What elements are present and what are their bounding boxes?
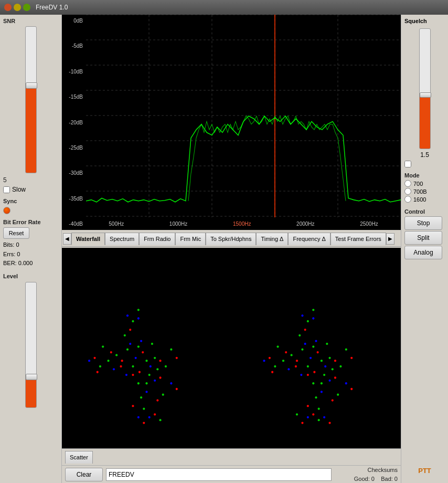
svg-point-82	[334, 360, 336, 362]
freq-2500: 2500Hz	[360, 221, 378, 227]
svg-point-115	[301, 422, 303, 424]
svg-point-95	[269, 357, 271, 359]
slow-label: Slow	[12, 186, 26, 193]
mode-700b-label: 700B	[413, 188, 427, 195]
svg-point-20	[138, 371, 141, 373]
svg-point-69	[313, 371, 315, 373]
svg-point-92	[315, 396, 317, 398]
svg-point-94	[339, 365, 342, 368]
tab-left-btn[interactable]: ◀	[63, 233, 71, 245]
scatter-left-cluster	[88, 309, 178, 410]
tab-to-spkr[interactable]: To Spkr/Hdphns	[206, 233, 256, 245]
minimize-button[interactable]	[14, 4, 21, 11]
scatter-tab[interactable]: Scatter	[65, 451, 93, 464]
reset-button[interactable]: Reset	[3, 227, 29, 239]
control-label: Control	[404, 208, 425, 215]
svg-point-78	[291, 354, 293, 356]
scatter-tab-bar: Scatter	[62, 448, 401, 465]
spectrum-svg	[86, 15, 401, 217]
tab-timing[interactable]: Timing Δ	[256, 233, 288, 245]
checksums-label: Checksums	[335, 466, 398, 475]
callsign-input[interactable]	[106, 468, 332, 481]
svg-point-58	[97, 371, 99, 373]
tab-right-btn[interactable]: ▶	[386, 233, 394, 245]
tab-frequency[interactable]: Frequency Δ	[288, 233, 330, 245]
stop-button[interactable]: Stop	[404, 216, 442, 230]
snr-label: SNR	[3, 18, 58, 24]
svg-point-56	[176, 388, 178, 390]
scatter-svg	[62, 248, 401, 448]
svg-point-19	[132, 365, 134, 368]
svg-point-101	[312, 317, 314, 319]
freq-axis: 500Hz 1000Hz 1500Hz 2000Hz 2500Hz	[86, 217, 401, 230]
squelch-track[interactable]	[419, 28, 431, 149]
ptt-button[interactable]: PTT	[418, 467, 431, 475]
bad-count: Bad: 0	[381, 476, 398, 482]
svg-point-63	[301, 349, 303, 351]
mode-1600-label: 1600	[413, 196, 426, 203]
squelch-checkbox[interactable]	[404, 161, 411, 167]
svg-point-122	[143, 422, 145, 424]
svg-point-111	[337, 394, 339, 396]
snr-track[interactable]	[25, 26, 37, 173]
svg-point-54	[143, 408, 145, 410]
snr-thumb	[26, 82, 37, 89]
svg-point-72	[312, 345, 314, 348]
split-button[interactable]: Split	[404, 231, 442, 245]
svg-point-112	[307, 416, 309, 418]
mode-1600-radio[interactable]	[404, 196, 411, 203]
control-section: Control Stop Split Analog	[404, 208, 445, 260]
mode-700b-radio[interactable]	[404, 188, 411, 195]
svg-point-105	[350, 388, 353, 390]
title-bar: FreeDV 1.0	[0, 0, 448, 15]
db-label-1: -5dB	[63, 43, 85, 49]
svg-point-28	[132, 374, 134, 376]
svg-point-35	[154, 380, 156, 382]
maximize-button[interactable]	[23, 4, 30, 11]
svg-point-55	[170, 382, 172, 384]
svg-point-107	[271, 371, 273, 373]
mode-700-radio[interactable]	[404, 180, 411, 187]
tab-frm-mic[interactable]: Frm Mic	[175, 233, 206, 245]
sync-label: Sync	[3, 198, 17, 204]
svg-point-88	[287, 368, 290, 370]
tab-frm-radio[interactable]: Frm Radio	[139, 233, 175, 245]
mode-700-row: 700	[404, 180, 445, 187]
svg-point-110	[332, 399, 334, 401]
svg-point-22	[129, 343, 131, 345]
svg-point-18	[150, 365, 152, 368]
tab-spectrum[interactable]: Spectrum	[105, 233, 139, 245]
tab-waterfall[interactable]: Waterfall	[71, 233, 105, 245]
tab-test-frame[interactable]: Test Frame Errors	[330, 233, 386, 245]
svg-point-81	[326, 343, 328, 345]
level-slider-wrap	[3, 282, 58, 408]
svg-point-106	[276, 345, 279, 348]
squelch-value: 1.5	[404, 151, 445, 159]
squelch-label: Squelch	[404, 18, 445, 24]
analog-button[interactable]: Analog	[404, 246, 442, 259]
svg-point-25	[148, 374, 151, 376]
sync-led	[3, 207, 10, 214]
snr-value: 5	[3, 176, 58, 184]
clear-button[interactable]: Clear	[65, 468, 103, 481]
center-panel: 0dB -5dB -10dB -15dB -20dB -25dB -30dB -…	[62, 15, 401, 483]
svg-point-16	[142, 351, 144, 353]
svg-point-26	[140, 340, 142, 342]
close-button[interactable]	[4, 4, 12, 11]
svg-point-32	[151, 343, 153, 345]
checksums-values: Good: 0 Bad: 0	[335, 475, 398, 484]
errs-value: Errs: 0	[3, 250, 58, 259]
svg-point-117	[296, 413, 298, 415]
svg-point-30	[120, 365, 122, 368]
svg-point-14	[126, 349, 129, 351]
svg-point-33	[159, 360, 161, 362]
window-controls[interactable]	[4, 4, 30, 11]
svg-point-67	[324, 365, 326, 368]
svg-point-108	[312, 309, 314, 311]
ber-section: Bit Error Rate Reset Bits: 0 Errs: 0 BER…	[3, 218, 58, 268]
level-track[interactable]	[25, 282, 37, 408]
slow-checkbox[interactable]	[3, 186, 10, 193]
svg-point-44	[159, 376, 161, 379]
svg-point-89	[298, 334, 301, 337]
svg-point-114	[318, 419, 320, 421]
